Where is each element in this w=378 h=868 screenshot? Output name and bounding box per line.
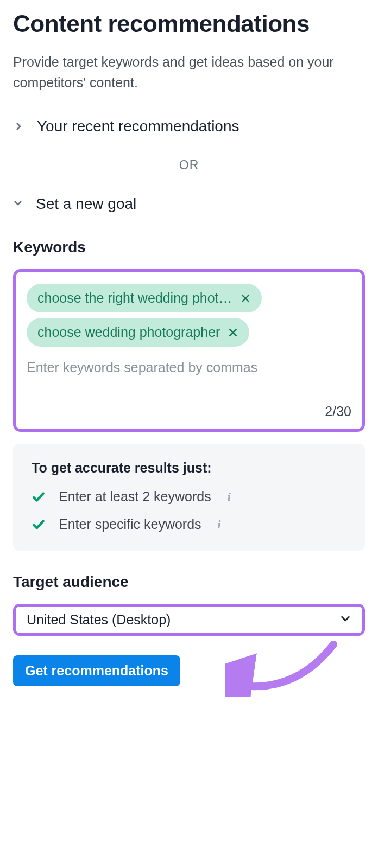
remove-chip-icon[interactable] <box>240 293 251 304</box>
get-recommendations-button[interactable]: Get recommendations <box>13 655 180 686</box>
keyword-chip: choose wedding photographer <box>27 318 249 347</box>
tips-panel: To get accurate results just: Enter at l… <box>13 444 365 551</box>
divider-line <box>13 165 168 165</box>
keywords-text-input[interactable] <box>27 358 351 378</box>
target-audience-value: United States (Desktop) <box>27 612 171 628</box>
page-title: Content recommendations <box>13 11 365 37</box>
info-icon[interactable]: i <box>228 490 231 504</box>
or-divider: OR <box>13 158 365 173</box>
page-subtitle: Provide target keywords and get ideas ba… <box>13 52 365 93</box>
chevron-right-icon <box>13 121 24 132</box>
chevron-down-icon <box>13 198 23 210</box>
keyword-chip-text: choose wedding photographer <box>37 324 220 340</box>
set-new-goal-toggle[interactable]: Set a new goal <box>13 192 365 216</box>
divider-line <box>210 165 365 165</box>
check-icon <box>32 518 46 532</box>
tip-text: Enter at least 2 keywords <box>59 489 211 505</box>
keywords-input-box[interactable]: choose the right wedding phot… choose we… <box>13 269 365 432</box>
recent-recommendations-toggle[interactable]: Your recent recommendations <box>13 114 365 138</box>
tip-row: Enter specific keywords i <box>32 516 346 532</box>
arrow-annotation-icon <box>225 634 344 697</box>
keywords-heading: Keywords <box>13 239 365 256</box>
keywords-counter: 2/30 <box>27 404 351 419</box>
check-icon <box>32 490 46 504</box>
divider-text: OR <box>179 158 199 173</box>
chevron-down-icon <box>339 612 351 628</box>
keyword-chips: choose the right wedding phot… choose we… <box>27 284 351 347</box>
remove-chip-icon[interactable] <box>228 327 238 338</box>
set-new-goal-label: Set a new goal <box>36 195 136 213</box>
keyword-chip-text: choose the right wedding phot… <box>37 290 232 306</box>
keyword-chip: choose the right wedding phot… <box>27 284 262 312</box>
tip-row: Enter at least 2 keywords i <box>32 489 346 505</box>
target-audience-heading: Target audience <box>13 573 365 591</box>
tips-title: To get accurate results just: <box>32 460 346 476</box>
tip-text: Enter specific keywords <box>59 516 201 532</box>
info-icon[interactable]: i <box>218 518 221 532</box>
target-audience-select[interactable]: United States (Desktop) <box>13 604 365 636</box>
recent-recommendations-label: Your recent recommendations <box>37 118 240 135</box>
